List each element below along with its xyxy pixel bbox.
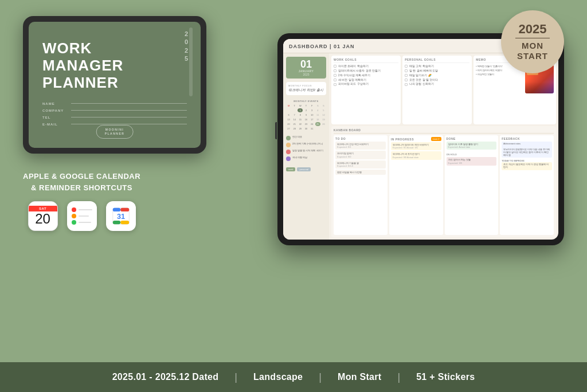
year-label-side: 2 0 2 5 xyxy=(185,30,188,62)
goal-item: 2차 수익사업 계획 세우기 xyxy=(334,74,398,77)
field-company: COMPANY xyxy=(42,109,187,112)
kanban-card: 업데이트 이후 발생 활동 받기Expected: Actual date xyxy=(447,142,497,150)
goal-item: 매일 고쳐 학습하기 xyxy=(405,65,469,68)
work-goals-section: WORK GOALS 아이폰 초레이 학습하기 업데이트에서 사용자 경로 만들… xyxy=(331,56,401,124)
event-item: 국내 여행 떠남 xyxy=(286,156,326,161)
goal-item: 일 한 글씨 예쁘게 도달 xyxy=(405,69,469,73)
kanban-card: 차도 없어서 하는 것들Expected: 9/0 xyxy=(447,157,497,165)
personal-goals-section: PERSONAL GOALS 매일 고쳐 학습하기 일 한 글씨 예쁘게 도달 xyxy=(402,56,472,124)
kanban-card: 초도 개선이 필요해요 이제 다 완성 했을때 어떤지 xyxy=(502,162,552,170)
tablet-screen: WORK MANAGER PLANNER 2 0 2 5 NAME xyxy=(29,22,201,148)
left-section: WORK MANAGER PLANNER 2 0 2 5 NAME xyxy=(23,16,261,351)
kanban-board: KANBAN BOARD TO DO 워크매니저 건강 제안 바로하기Expec… xyxy=(331,126,556,237)
kanban-card: 원본 파일을 복사 다진행 xyxy=(335,170,386,175)
mini-cal-grid: M T W T F S S 1 xyxy=(286,104,326,131)
svg-rect-3 xyxy=(120,208,129,211)
kanban-card: 워크매니저 업데이트 제안 바로하기Expected: 9/1 Actual: … xyxy=(391,142,441,150)
planner-title: WORK MANAGER PLANNER xyxy=(42,40,123,92)
features-text: APPLE & GOOGLE CALENDAR& REMINDER SHORTC… xyxy=(23,171,140,193)
goal-item: 업데이트에서 사용자 경로 만들기 xyxy=(334,69,398,73)
goal-item: 나의 경험 신뢰하기 xyxy=(405,83,469,86)
kanban-card: 워크매니저 새 포지션 받기Expected: 9/0 Actual date xyxy=(391,151,441,159)
svg-rect-4 xyxy=(112,221,120,224)
planner-tablet: WORK MANAGER PLANNER 2 0 2 5 NAME xyxy=(23,16,206,154)
app-icons-row: SAT 20 xyxy=(28,201,136,231)
svg-rect-2 xyxy=(112,208,120,211)
year-badge: 2025 MON START xyxy=(501,10,564,73)
kanban-feedback: FEEDBACK Achievement notes무브마이어 완료했어요 이제… xyxy=(500,135,554,235)
dashboard-sidebar: 01 JANUARY 2025 MONTHLY FOCUS 워크매니저 하반2 … xyxy=(283,53,329,240)
google-calendar-icon: 31 xyxy=(106,201,136,231)
date-block: 01 JANUARY 2025 xyxy=(286,57,326,79)
monthly-focus-block: MONTHLY FOCUS 워크매니저 하반2 출시 xyxy=(286,82,326,95)
goal-item: 피이버링 피드 구상하기 xyxy=(334,83,398,86)
goal-item: 새 버전 일정 계획하기 xyxy=(334,79,398,82)
goal-item: 매일 일기쓰기 🌈 xyxy=(405,74,469,77)
event-item: 연간 대표 xyxy=(286,135,326,140)
goal-item: 아이폰 초레이 학습하기 xyxy=(334,65,398,68)
kanban-done: DONE 업데이트 이후 발생 활동 받기Expected: Actual da… xyxy=(445,135,499,235)
right-section: 2025 MON START DASHBOARD | 01 JAN ⌂ ▦ xyxy=(278,16,564,351)
event-list: 연간 대표 2차 전략 기획 (• 워크매니저+) 일정 일별 앱 시작 계획 … xyxy=(286,135,326,163)
main-content: WORK MANAGER PLANNER 2 0 2 5 NAME xyxy=(0,0,587,362)
dashboard-body: 01 JANUARY 2025 MONTHLY FOCUS 워크매니저 하반2 … xyxy=(283,53,558,240)
reminders-icon xyxy=(67,201,97,231)
features-section: APPLE & GOOGLE CALENDAR& REMINDER SHORTC… xyxy=(23,154,140,231)
kanban-card: 워크매니저 기술을 잘Expected: 9/1.8 xyxy=(335,160,386,168)
badge-divider xyxy=(515,38,550,38)
kanban-card: 프리미엄 없애기Expected: 9/0 xyxy=(335,151,386,159)
tablet-frame: WORK MANAGER PLANNER 2 0 2 5 NAME xyxy=(23,16,206,154)
event-item: 2차 전략 기획 (• 워크매니저+) xyxy=(286,142,326,147)
kanban-columns: TO DO 워크매니저 건강 제안 바로하기Expected: 9/1 프리미엄… xyxy=(334,135,554,235)
mini-calendar: MONTHLY EVENTS M T W T F S S xyxy=(286,100,326,131)
kanban-in-progress: IN PROGRESS Limit 2 워크매니저 업데이트 제안 바로하기Ex… xyxy=(389,135,443,235)
bottom-bar: 2025.01 - 2025.12 Dated | Landscape | Mo… xyxy=(0,362,587,392)
dashboard-main-area: WORK GOALS 아이폰 초레이 학습하기 업데이트에서 사용자 경로 만들… xyxy=(329,53,558,240)
tag-row: work personal xyxy=(286,167,326,171)
event-item: 일정 일별 앱 시작 계획 세우기 xyxy=(286,149,326,154)
brand-badge: MOONINI PLANNER xyxy=(96,125,134,139)
apple-calendar-icon: SAT 20 xyxy=(28,201,58,231)
kanban-card: 워크매니저 건강 제안 바로하기Expected: 9/1 xyxy=(335,142,386,150)
field-name: NAME xyxy=(42,102,187,105)
kanban-todo: TO DO 워크매니저 건강 제안 바로하기Expected: 9/1 프리미엄… xyxy=(334,135,388,235)
kanban-card: Achievement notes무브마이어 완료했어요 이제 다음 내용 추가… xyxy=(502,142,552,158)
field-tel: TEL xyxy=(42,116,187,119)
goal-item: 모든 것은 잘 될 것이다 xyxy=(405,79,469,82)
bottom-info: 2025.01 - 2025.12 Dated | Landscape | Mo… xyxy=(96,371,491,383)
svg-rect-5 xyxy=(120,221,129,224)
svg-text:31: 31 xyxy=(116,213,124,221)
